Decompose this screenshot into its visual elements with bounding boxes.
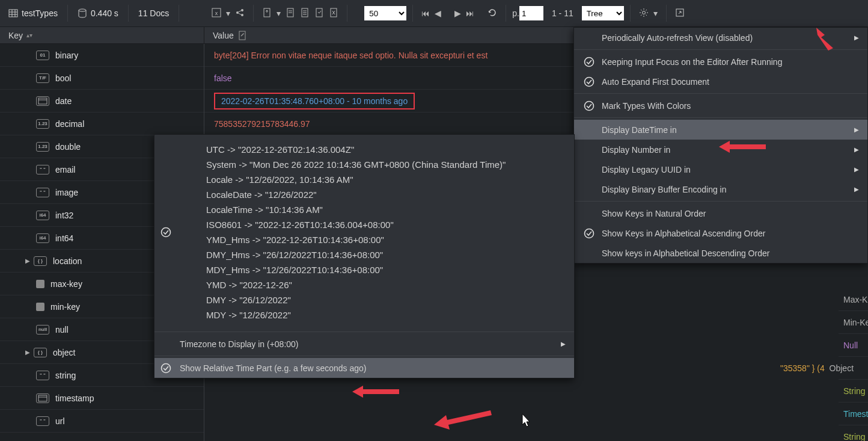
- settings-gear-icon[interactable]: [637, 5, 651, 22]
- chevron-right-icon: ▶: [854, 186, 859, 193]
- key-label: image: [55, 188, 78, 197]
- annotation-arrow: [349, 383, 403, 401]
- key-label: int64: [55, 233, 73, 243]
- svg-point-38: [162, 363, 171, 372]
- menu-item-label: Show keys in Alphabetical Descending Ord…: [602, 248, 769, 258]
- svg-rect-29: [38, 98, 47, 104]
- relative-time-option[interactable]: Show Relative Time Part (e.g. a few seco…: [154, 358, 574, 378]
- menu-item[interactable]: Show Keys in Alphabetical Ascending Orde…: [574, 223, 867, 243]
- format-line: UTC -> "2022-12-26T02:14:36.004Z": [206, 144, 506, 155]
- key-row[interactable]: 1.23decimal: [0, 113, 204, 135]
- svg-point-26: [642, 11, 645, 14]
- doc-action4-icon[interactable]: [312, 5, 326, 22]
- annotation-arrow: [430, 407, 497, 431]
- doc-action2-icon[interactable]: [283, 5, 298, 22]
- svg-line-12: [239, 13, 242, 15]
- export-dropdown-icon[interactable]: ▾: [224, 6, 233, 20]
- datetime-formats-option[interactable]: UTC -> "2022-12-26T02:14:36.004Z"System …: [154, 135, 574, 330]
- highlighted-date-value: 2022-02-26T01:35:48.760+08:00 - 10 month…: [214, 93, 415, 109]
- chevron-right-icon: ▶: [854, 126, 859, 133]
- check-icon: [582, 76, 596, 87]
- key-row[interactable]: timestamp: [0, 387, 204, 410]
- action-dropdown-icon[interactable]: ▾: [274, 6, 283, 20]
- last-page-icon[interactable]: ⏭: [463, 6, 477, 20]
- key-row[interactable]: " "url: [0, 410, 204, 433]
- query-time: 0.440 s: [74, 6, 122, 20]
- page-label: p.: [512, 8, 519, 18]
- menu-item[interactable]: Show keys in Alphabetical Descending Ord…: [574, 243, 867, 263]
- format-line: LocaleDate -> "12/26/2022": [206, 190, 506, 200]
- key-row[interactable]: date: [0, 90, 204, 113]
- excel-export-button[interactable]: x: [209, 5, 224, 22]
- binary-type-icon: 01: [36, 51, 49, 60]
- sort-icon: ▴▾: [26, 32, 32, 39]
- key-label: location: [53, 256, 82, 266]
- page-input[interactable]: [519, 6, 543, 20]
- minkey-type-icon: [36, 303, 44, 311]
- doc-action1-icon[interactable]: [260, 5, 274, 22]
- docs-label: 11 Docs: [138, 8, 169, 18]
- format-line: YMD -> "2022-12-26": [206, 280, 506, 290]
- caret-icon: ▶: [25, 349, 30, 356]
- collection-name: testTypes: [5, 6, 61, 20]
- svg-rect-22: [316, 8, 322, 17]
- menu-item[interactable]: Keeping Input Focus on the Editor After …: [574, 52, 867, 72]
- time-label: 0.440 s: [91, 8, 118, 18]
- menu-item-label: Show Keys in Alphabetical Ascending Orde…: [602, 229, 765, 238]
- share-icon[interactable]: [233, 5, 247, 22]
- svg-point-33: [585, 57, 594, 66]
- string-type-icon: " ": [36, 165, 49, 174]
- object-type-icon: { }: [34, 256, 47, 266]
- svg-point-10: [241, 14, 243, 16]
- svg-marker-39: [816, 28, 833, 51]
- cursor-icon: [519, 413, 533, 431]
- doc-action5-icon[interactable]: [326, 5, 341, 22]
- menu-item-label: Display Binary Buffer Encoding in: [602, 185, 727, 194]
- key-header-label: Key: [8, 31, 23, 40]
- menu-item-label: Keeping Input Focus on the Editor After …: [602, 57, 782, 67]
- format-line: LocaleTime -> "10:14:36 AM": [206, 205, 506, 215]
- type-badge: Null: [839, 334, 868, 357]
- page-size-select[interactable]: 50: [364, 6, 406, 20]
- chevron-right-icon: ▶: [854, 146, 859, 153]
- number-type-icon: 1.23: [36, 142, 49, 152]
- key-label: email: [55, 165, 75, 174]
- menu-item[interactable]: Auto Expand First Document: [574, 72, 867, 91]
- chevron-right-icon: ▶: [854, 166, 859, 173]
- view-mode-select[interactable]: Tree: [582, 6, 624, 20]
- check-icon: [159, 363, 173, 374]
- key-row[interactable]: 01binary: [0, 44, 204, 67]
- menu-item-label: Mark Types With Colors: [602, 101, 691, 111]
- key-column-header[interactable]: Key ▴▾: [0, 27, 204, 43]
- type-badge: Timestamp: [839, 402, 868, 425]
- table-icon: [8, 8, 18, 18]
- open-external-icon[interactable]: [673, 5, 687, 22]
- menu-item[interactable]: Display Binary Buffer Encoding in▶: [574, 179, 867, 199]
- format-list: UTC -> "2022-12-26T02:14:36.004Z"System …: [180, 138, 506, 326]
- refresh-icon[interactable]: [485, 5, 500, 22]
- svg-marker-40: [719, 141, 766, 153]
- check-icon: [159, 227, 173, 238]
- key-row[interactable]: T/Fbool: [0, 67, 204, 90]
- menu-item[interactable]: Mark Types With Colors: [574, 96, 867, 116]
- key-label: string: [55, 371, 76, 380]
- svg-marker-42: [434, 410, 492, 430]
- types-display: Max-Key Min-Key Null "35358" } (4 Object…: [839, 288, 868, 441]
- timezone-option[interactable]: Timezone to Display in (+08:00) ▶: [154, 334, 574, 354]
- collection-label: testTypes: [22, 8, 58, 18]
- key-label: min-key: [50, 302, 80, 312]
- type-badge: Min-Key: [839, 311, 868, 334]
- prev-page-icon[interactable]: ◀: [432, 6, 444, 20]
- annotation-arrow: [715, 136, 769, 158]
- relative-label: Show Relative Time Part (e.g. a few seco…: [180, 363, 366, 373]
- key-label: binary: [55, 51, 78, 60]
- key-label: double: [55, 142, 81, 152]
- menu-item[interactable]: Show Keys in Natural Order: [574, 203, 867, 223]
- settings-dropdown-icon[interactable]: ▾: [651, 6, 660, 20]
- menu-item[interactable]: Display Legacy UUID in▶: [574, 159, 867, 179]
- next-page-icon[interactable]: ▶: [452, 6, 463, 20]
- svg-point-36: [585, 229, 594, 238]
- first-page-icon[interactable]: ⏮: [419, 6, 432, 20]
- key-label: timestamp: [55, 393, 94, 403]
- doc-action3-icon[interactable]: [298, 5, 312, 22]
